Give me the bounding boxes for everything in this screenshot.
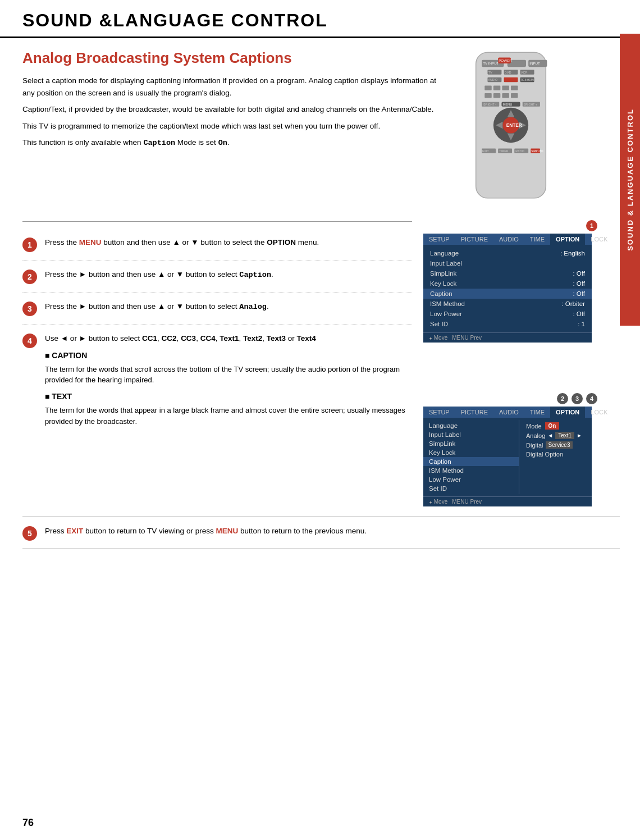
menu-keyword-2: MENU (216, 527, 238, 535)
svg-text:AUDIO: AUDIO (488, 78, 497, 81)
lowpower-value: : Off (573, 311, 585, 317)
left-column: Analog Broadcasting System Captions Sele… (22, 49, 438, 203)
digital-option-row: Digital Option (523, 450, 588, 459)
svg-text:RGB·HDMI: RGB·HDMI (521, 79, 534, 81)
menu2-inputlabel: Input Label (423, 430, 519, 439)
caption-note-title: ■ CAPTION (45, 349, 412, 362)
svg-text:MENU: MENU (502, 103, 512, 106)
menu-row-language: Language : English (423, 248, 592, 258)
analog-label: Analog (526, 432, 545, 439)
ism-label: ISM Method (430, 300, 465, 307)
body-para-3: This TV is programmed to memorize the ca… (22, 120, 438, 133)
footer2-text-1: ⬥ Move (429, 499, 447, 505)
screens-column: 1 SETUP PICTURE AUDIO TIME OPTION LOCK L… (423, 214, 597, 509)
screen-badge-234: 2 3 4 (423, 393, 597, 404)
body-para-2: Caption/Text, if provided by the broadca… (22, 103, 438, 116)
keylock-value: : Off (573, 280, 585, 287)
menu2-simplink: SimpLink (423, 439, 519, 448)
cc2-keyword: CC2 (162, 334, 177, 343)
step-3-row: 3 Press the ► button and then use ▲ or ▼… (22, 293, 412, 325)
text-note: ■ TEXT The term for the words that appea… (45, 390, 412, 427)
analog-right-arrow: ► (577, 432, 582, 439)
svg-text:BRIGHT -: BRIGHT - (483, 103, 496, 106)
digital-option-label: Digital Option (526, 451, 563, 458)
page-title: SOUND &LANGUAGE CONTROL (22, 10, 618, 31)
badge-2: 2 (557, 393, 568, 404)
cc3-keyword: CC3 (181, 334, 196, 343)
tab2-option-active[interactable]: OPTION (550, 407, 585, 418)
menu2-ism: ISM Method (423, 466, 519, 475)
digital-value: Service3 (546, 441, 573, 449)
svg-text:SIMPLINK: SIMPLINK (531, 150, 544, 153)
step-2-number: 2 (22, 270, 37, 284)
page-number: 76 (22, 817, 34, 829)
tab2-setup: SETUP (423, 407, 455, 418)
page-header: SOUND &LANGUAGE CONTROL (0, 0, 640, 38)
language-label: Language (430, 250, 459, 257)
tab2-time: TIME (524, 407, 550, 418)
tab-audio: AUDIO (493, 234, 524, 245)
sidebar-label: SOUND & LANGUAGE CONTROL (620, 34, 640, 326)
step-4-row: 4 Use ◄ or ► button to select CC1, CC2, … (22, 325, 412, 435)
cc4-keyword: CC4 (200, 334, 216, 343)
step-5-number: 5 (22, 526, 37, 541)
svg-text:INPUT: INPUT (529, 61, 540, 65)
main-content: Analog Broadcasting System Captions Sele… (0, 38, 640, 214)
text4-keyword: Text4 (297, 334, 316, 343)
tab-option-active[interactable]: OPTION (550, 234, 585, 245)
menu-screen-1-footer: ⬥ Move MENU Prev (423, 332, 592, 343)
text-note-text: The term for the words that appear in a … (45, 405, 412, 427)
body-para-4: This function is only available when Cap… (22, 136, 438, 149)
tab2-lock: LOCK (585, 407, 613, 418)
caption-note: ■ CAPTION The term for the words that sc… (45, 349, 412, 386)
menu-screen-1-body: Language : English Input Label SimpLink … (423, 245, 592, 332)
ism-value: : Orbiter (561, 300, 585, 307)
menu-row-keylock: Key Lock : Off (423, 279, 592, 289)
caption-label: Caption (430, 290, 452, 297)
menu-row-simplink: SimpLink : Off (423, 268, 592, 279)
mode-label: Mode (526, 423, 542, 430)
step-5-row: 5 Press EXIT button to return to TV view… (0, 517, 620, 549)
menu-row-caption-hl: Caption : Off (423, 289, 592, 299)
section-title: Analog Broadcasting System Captions (22, 49, 438, 67)
step-1-content: Press the MENU button and then use ▲ or … (45, 236, 412, 249)
tab2-picture: PICTURE (455, 407, 493, 418)
svg-rect-15 (504, 77, 518, 82)
body-para-1: Select a caption mode for displaying cap… (22, 75, 438, 99)
step-4-content: Use ◄ or ► button to select CC1, CC2, CC… (45, 332, 412, 427)
step-2-row: 2 Press the ► button and then use ▲ or ▼… (22, 261, 412, 293)
lowpower-label: Low Power (430, 311, 462, 317)
analog-value: Text1 (555, 432, 574, 439)
menu-screen-2: SETUP PICTURE AUDIO TIME OPTION LOCK Lan… (423, 407, 592, 506)
top-divider (22, 221, 412, 222)
caption-keyword: Caption (239, 271, 271, 279)
step-1-number: 1 (22, 238, 37, 252)
digital-row: Digital Service3 (523, 440, 588, 450)
mode-value: On (545, 422, 560, 430)
badge-1: 1 (586, 220, 597, 231)
inputlabel-label: Input Label (430, 260, 462, 267)
svg-rect-25 (502, 93, 509, 98)
menu-row-ism: ISM Method : Orbiter (423, 299, 592, 309)
setid-value: : 1 (578, 321, 585, 327)
steps-column: 1 Press the MENU button and then use ▲ o… (22, 214, 412, 509)
spacer (423, 348, 597, 393)
menu-keyword: MENU (79, 238, 102, 246)
text-note-title: ■ TEXT (45, 390, 412, 403)
simplink-value: : Off (573, 270, 585, 277)
svg-text:DVD: DVD (505, 71, 511, 74)
svg-text:POWER: POWER (499, 58, 512, 62)
sidebar-text: SOUND & LANGUAGE CONTROL (626, 108, 634, 251)
svg-text:RATIO: RATIO (515, 149, 524, 153)
svg-text:TIMER: TIMER (499, 149, 508, 153)
cc1-keyword: CC1 (142, 334, 157, 343)
menu2-right-panel: Mode On Analog ◄ Text1 ► Digital Service… (519, 420, 592, 494)
language-value: : English (560, 250, 585, 257)
menu2-language: Language (423, 421, 519, 430)
step5-bottom-divider (22, 549, 620, 549)
menu2-keylock: Key Lock (423, 448, 519, 457)
menu2-left-panel: Language Input Label SimpLink Key Lock C… (423, 420, 519, 494)
badge-4: 4 (586, 393, 597, 404)
svg-text:EXIT: EXIT (482, 149, 489, 153)
text3-keyword: Text3 (267, 334, 286, 343)
